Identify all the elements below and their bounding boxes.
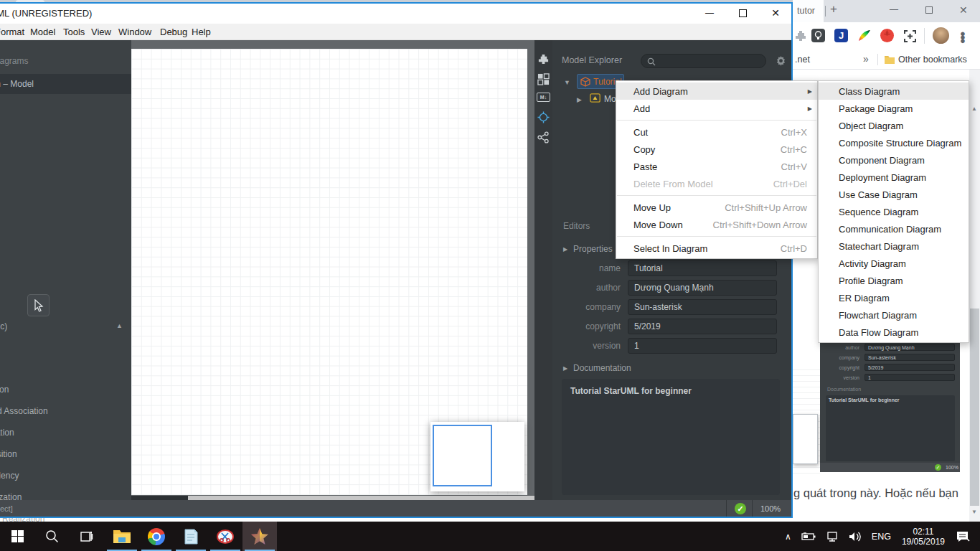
browser-minimize-button[interactable]: — <box>890 4 898 14</box>
submenu-item-statechart-diagram[interactable]: Statechart Diagram <box>819 237 969 255</box>
new-tab-button[interactable]: + <box>830 2 837 17</box>
taskbar-file-explorer[interactable] <box>105 522 139 551</box>
menu-item-move-down[interactable]: Move DownCtrl+Shift+Down Arrow <box>616 216 817 233</box>
submenu-item-communication-diagram[interactable]: Communication Diagram <box>819 220 969 237</box>
menu-item-move-up[interactable]: Move UpCtrl+Shift+Up Arrow <box>616 199 817 216</box>
browser-close-button[interactable]: ✕ <box>959 4 968 16</box>
prop-input-copyright[interactable]: 5/2019 <box>628 319 777 334</box>
profile-avatar[interactable] <box>933 27 949 44</box>
minimize-button[interactable]: — <box>693 2 726 24</box>
browser-restore-button[interactable] <box>925 6 933 14</box>
tree-collapse-icon[interactable]: ▶ <box>577 96 582 103</box>
scroll-down-arrow[interactable]: ▼ <box>971 509 977 515</box>
action-center-icon[interactable] <box>956 530 970 543</box>
tree-expand-icon[interactable]: ▼ <box>564 79 570 86</box>
submenu-item-component-diagram[interactable]: Component Diagram <box>819 151 969 169</box>
close-button[interactable]: ✕ <box>759 2 792 24</box>
submenu-item-sequence-diagram[interactable]: Sequence Diagram <box>819 203 969 220</box>
staruml-titlebar[interactable]: StarUML (UNREGISTERED) — ✕ <box>0 2 792 24</box>
browser-menu-kebab-icon[interactable]: ●●● <box>960 32 966 42</box>
menu-item-select-in-diagram[interactable]: Select In DiagramCtrl+D <box>616 240 817 257</box>
j-extension-icon[interactable]: J <box>834 29 848 42</box>
bookmarks-overflow-chevrons[interactable]: » <box>863 53 869 65</box>
extensions-icon[interactable] <box>537 53 550 65</box>
tab-divider <box>825 6 826 17</box>
battery-icon[interactable] <box>801 532 816 541</box>
toolbox-item[interactable]: Association <box>0 385 9 395</box>
submenu-item-data-flow-diagram[interactable]: Data Flow Diagram <box>819 324 969 341</box>
bookmark-item[interactable]: .net <box>795 55 810 65</box>
submenu-item-package-diagram[interactable]: Package Diagram <box>819 100 969 117</box>
minimap[interactable] <box>430 422 524 491</box>
menu-item-copy[interactable]: CopyCtrl+C <box>616 141 817 158</box>
submenu-item-profile-diagram[interactable]: Profile Diagram <box>819 272 969 289</box>
scroll-up-arrow[interactable]: ▲ <box>971 105 977 112</box>
toolbox-item[interactable]: Composition <box>0 449 17 459</box>
tray-chevron-icon[interactable]: ∧ <box>785 532 791 542</box>
submenu-item-class-diagram[interactable]: Class Diagram <box>819 83 969 100</box>
scrollbar-thumb[interactable] <box>970 309 979 506</box>
layout-grid-icon[interactable] <box>537 73 550 85</box>
toolbox-group-header[interactable]: (Basic) ▲ <box>0 319 131 335</box>
prop-input-company[interactable]: Sun-asterisk <box>628 299 777 315</box>
browser-scrollbar[interactable]: ▲ ▼ <box>969 70 980 522</box>
validation-check-icon[interactable]: ✓ <box>735 503 746 514</box>
collapse-arrow-icon[interactable]: ▲ <box>116 322 123 329</box>
documentation-collapse-icon[interactable]: ▶ <box>563 365 567 372</box>
search-input[interactable] <box>641 54 766 68</box>
toolbox-item[interactable]: Directed Association <box>0 406 48 416</box>
maximize-button[interactable] <box>726 2 759 24</box>
zoom-level[interactable]: 100% <box>760 504 781 513</box>
menu-debug[interactable]: Debug <box>160 27 187 37</box>
prop-input-version[interactable]: 1 <box>628 338 777 354</box>
menu-tools[interactable]: Tools <box>63 27 85 37</box>
toolbox-item[interactable]: Aggregation <box>0 428 14 438</box>
lightbulb-extension-icon[interactable] <box>811 29 825 42</box>
taskbar-chrome[interactable] <box>139 522 174 551</box>
menu-help[interactable]: Help <box>192 27 211 37</box>
network-icon[interactable] <box>826 532 839 542</box>
start-button[interactable] <box>0 522 34 551</box>
task-view-button[interactable] <box>69 522 103 551</box>
volume-icon[interactable] <box>849 532 862 542</box>
taskbar-staruml[interactable] <box>242 522 277 551</box>
prop-input-name[interactable]: Tutorial <box>628 260 777 276</box>
language-indicator[interactable]: ENG <box>872 532 891 542</box>
extensions-puzzle-icon[interactable] <box>794 29 807 42</box>
menu-window[interactable]: Window <box>118 27 151 37</box>
menu-view[interactable]: View <box>91 27 111 37</box>
menu-format[interactable]: Format <box>0 27 24 37</box>
menu-item-paste[interactable]: PasteCtrl+V <box>616 158 817 175</box>
browser-active-tab[interactable]: tutor <box>793 0 824 22</box>
submenu-item-activity-diagram[interactable]: Activity Diagram <box>819 255 969 272</box>
taskbar-clock[interactable]: 02:11 19/05/2019 <box>902 527 945 547</box>
submenu-item-object-diagram[interactable]: Object Diagram <box>819 117 969 134</box>
taskbar-snipping-tool[interactable] <box>208 522 242 551</box>
menu-item-add[interactable]: Add▶ <box>616 100 817 117</box>
settings-gear-icon[interactable] <box>776 55 786 66</box>
feather-extension-icon[interactable] <box>857 29 872 43</box>
share-graph-icon[interactable] <box>537 131 550 143</box>
documentation-textarea[interactable]: Tutorial StarUML for beginner <box>562 379 780 495</box>
submenu-item-deployment-diagram[interactable]: Deployment Diagram <box>819 169 969 186</box>
menu-model[interactable]: Model <box>30 27 55 37</box>
taskbar-search-button[interactable] <box>34 522 69 551</box>
submenu-item-er-diagram[interactable]: ER Diagram <box>819 289 969 306</box>
menu-item-add-diagram[interactable]: Add Diagram▶ <box>616 83 817 100</box>
menu-item-cut[interactable]: CutCtrl+X <box>616 123 817 141</box>
tomato-extension-icon[interactable] <box>880 29 894 42</box>
taskbar-notepad[interactable] <box>174 522 208 551</box>
markdown-icon[interactable]: M↓ <box>537 93 550 102</box>
properties-collapse-icon[interactable]: ▶ <box>563 246 567 253</box>
working-diagram-item[interactable]: Main – Model <box>0 74 131 94</box>
other-bookmarks-label[interactable]: Other bookmarks <box>898 55 967 65</box>
submenu-item-use-case-diagram[interactable]: Use Case Diagram <box>819 186 969 203</box>
minimap-viewport[interactable] <box>433 425 492 486</box>
submenu-item-flowchart-diagram[interactable]: Flowchart Diagram <box>819 306 969 324</box>
crosshair-icon[interactable] <box>537 111 550 123</box>
toolbox-item[interactable]: Dependency <box>0 471 19 481</box>
capture-extension-icon[interactable] <box>903 29 918 44</box>
prop-input-author[interactable]: Dương Quang Mạnh <box>628 280 777 296</box>
submenu-item-composite-structure-diagram[interactable]: Composite Structure Diagram <box>819 134 969 151</box>
select-tool-button[interactable] <box>27 294 50 316</box>
